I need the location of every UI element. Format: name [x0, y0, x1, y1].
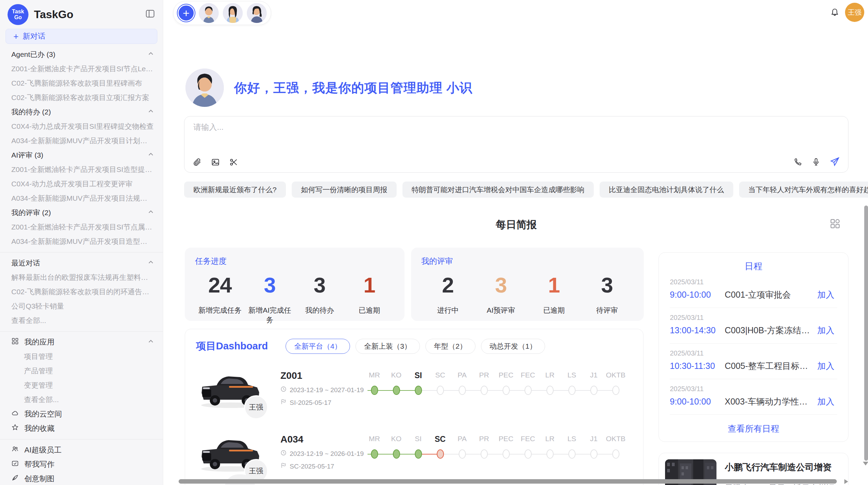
join-link[interactable]: 加入: [817, 360, 834, 372]
sidebar-group-recent[interactable]: 最近对话: [0, 256, 163, 270]
image-icon[interactable]: [211, 158, 220, 167]
project-milestone-date: SC-2025-05-17: [290, 463, 334, 470]
sidebar-item[interactable]: 公司Q3轻卡销量: [0, 299, 163, 313]
agent-switcher: +: [173, 1, 271, 25]
sidebar-item-ai-staff[interactable]: AI超级员工: [0, 443, 163, 457]
app-logo: Task Go: [8, 4, 28, 25]
suggestion-chip[interactable]: 如何写一份清晰的项目周报: [292, 182, 397, 198]
daily-brief-title: 每日简报: [184, 218, 848, 232]
suggestion-chip[interactable]: 当下年轻人对汽车外观有怎样的喜好趋势: [739, 182, 868, 198]
milestone-node-done: [371, 449, 378, 459]
filter-chip[interactable]: 全新上装（3）: [355, 339, 420, 354]
suggestion-chip[interactable]: 比亚迪全固态电池计划具体说了什么: [600, 182, 733, 198]
milestone-node: [612, 449, 619, 459]
suggestion-chips: 欧洲新规最近颁布了什么? 如何写一份清晰的项目周报 特朗普可能对进口汽车增税会对…: [184, 182, 868, 198]
filter-chip[interactable]: 动总开发（1）: [481, 339, 545, 354]
sidebar-item[interactable]: C02-飞腾新能源轻客改款项目的闭环通告反馈情况: [0, 285, 163, 299]
sidebar-group-my-todo[interactable]: 我的待办 (2): [0, 105, 163, 119]
send-icon[interactable]: [830, 157, 840, 167]
sidebar-item[interactable]: A034-全新新能源MUV产品开发项目造型可行性评审: [0, 234, 163, 249]
divider: [670, 308, 837, 308]
chevron-up-icon[interactable]: [148, 50, 154, 59]
current-milestone-label: SI: [407, 371, 429, 380]
sidebar-item-app[interactable]: 变更管理: [0, 378, 163, 393]
apps-view-all[interactable]: 查看全部...: [0, 393, 163, 407]
project-milestone-date: SI-2025-05-17: [290, 399, 331, 407]
card-title: 任务进度: [195, 256, 394, 266]
agent-avatar-3[interactable]: [247, 3, 267, 23]
scroll-down-arrow[interactable]: [863, 462, 868, 465]
project-image: 王强: [196, 429, 265, 475]
notification-bell-icon[interactable]: [830, 8, 840, 19]
phone-call-icon[interactable]: [793, 157, 803, 166]
sidebar-item-help-write[interactable]: 帮我写作: [0, 457, 163, 472]
event-date: 2025/03/11: [670, 385, 834, 393]
sidebar-item-app[interactable]: 产品管理: [0, 364, 163, 378]
join-link[interactable]: 加入: [817, 396, 834, 407]
chevron-up-icon[interactable]: [148, 209, 154, 217]
sidebar-item[interactable]: C0X4-动力总成开发项目工程变更评审: [0, 177, 163, 191]
vertical-scrollbar[interactable]: [864, 206, 868, 461]
sidebar-item-favorites[interactable]: 我的收藏: [0, 421, 163, 436]
chat-input[interactable]: [193, 123, 838, 132]
sidebar-item[interactable]: Z001-全新燃油轻卡产品开发项目SI节点属性5D文件评审: [0, 220, 163, 234]
milestone-node-done: [415, 386, 422, 395]
horizontal-scrollbar[interactable]: [179, 479, 837, 484]
project-row[interactable]: 王强 A034 2023-12-19 ~ 2026-01-19 SC-2025-…: [185, 429, 643, 481]
sidebar-item[interactable]: C02-飞腾新能源轻客改款项目里程碑画布: [0, 76, 163, 90]
chevron-up-icon[interactable]: [148, 338, 154, 347]
sidebar-group-ai-review[interactable]: AI评审 (3): [0, 148, 163, 162]
project-code: A034: [280, 434, 359, 445]
sidebar-item[interactable]: A034-全新新能源MUV产品开发项目法规符合性评审: [0, 191, 163, 206]
chevron-up-icon[interactable]: [148, 259, 154, 267]
event-date: 2025/03/11: [670, 278, 834, 286]
microphone-icon[interactable]: [811, 157, 821, 166]
news-title: 小鹏飞行汽车制造公司增资: [725, 461, 842, 473]
sidebar-group-agent-done[interactable]: Agent已办 (3): [0, 47, 163, 62]
view-all-schedule-link[interactable]: 查看所有日程: [659, 423, 848, 434]
sidebar-item[interactable]: Z001-全新燃油轻卡产品开发项目SI造型提交物评审: [0, 162, 163, 177]
dashboard-title: 项目Dashboard: [196, 339, 268, 353]
new-chat-button[interactable]: + 新对话: [5, 29, 157, 44]
divider: [0, 252, 163, 252]
sidebar-item[interactable]: Z001-全新燃油皮卡产品开发项目SI节点Lesson Learn报告: [0, 62, 163, 76]
stat: 1已逾期: [345, 273, 394, 325]
agent-avatar-1[interactable]: [199, 3, 219, 23]
add-agent-button[interactable]: +: [178, 4, 195, 22]
agent-avatar-2[interactable]: [223, 3, 243, 23]
project-image: 王强: [196, 365, 265, 412]
clock-icon: [280, 386, 287, 394]
scroll-right-arrow[interactable]: [844, 479, 848, 484]
event-name: C005-整车工程目标评审: [725, 360, 812, 372]
sidebar-item-cloud-space[interactable]: 我的云空间: [0, 407, 163, 421]
suggestion-chip[interactable]: 欧洲新规最近颁布了什么?: [184, 182, 286, 198]
chevron-up-icon[interactable]: [148, 151, 154, 159]
event-time: 10:30-11:30: [670, 361, 725, 371]
project-row[interactable]: 王强 Z001 2023-12-19 ~ 2027-01-19 SI-2025-…: [185, 365, 643, 418]
join-link[interactable]: 加入: [817, 289, 834, 300]
chevron-up-icon[interactable]: [148, 108, 154, 116]
attachment-icon[interactable]: [193, 158, 202, 167]
recent-view-all[interactable]: 查看全部...: [0, 313, 163, 328]
creative-draw-label: 创意制图: [24, 474, 55, 484]
sidebar-item[interactable]: 解释最新出台的欧盟报废车法规再生塑料比例被调至15%...: [0, 270, 163, 285]
sidebar-item[interactable]: C02-飞腾新能源轻客改款项目立项汇报方案: [0, 90, 163, 105]
milestone-node: [612, 386, 619, 395]
join-link[interactable]: 加入: [817, 325, 834, 336]
filter-chip[interactable]: 年型（2）: [425, 339, 475, 354]
sidebar-item-creative-draw[interactable]: 创意制图: [0, 472, 163, 485]
scissors-icon[interactable]: [229, 158, 238, 167]
sidebar-group-my-review[interactable]: 我的评审 (2): [0, 206, 163, 220]
user-avatar[interactable]: 王强: [845, 3, 864, 22]
suggestion-chip[interactable]: 特朗普可能对进口汽车增税会对中国车企造成哪些影响: [402, 182, 594, 198]
sidebar-item[interactable]: A034-全新新能源MUV产品开发项目计划变更表编写: [0, 134, 163, 148]
filter-chip-active[interactable]: 全新平台（4）: [286, 339, 350, 354]
sidebar-item-app[interactable]: 项目管理: [0, 349, 163, 364]
sidebar-group-my-apps[interactable]: 我的应用: [0, 335, 163, 349]
milestone-node: [568, 449, 576, 459]
stat: 2进行中: [421, 273, 474, 315]
sidebar-collapse-icon[interactable]: [145, 9, 155, 20]
flag-icon: [280, 399, 287, 407]
sidebar-item[interactable]: C0X4-动力总成开发项目SI里程碑提交物检查: [0, 119, 163, 134]
layout-grid-icon[interactable]: [829, 218, 841, 231]
